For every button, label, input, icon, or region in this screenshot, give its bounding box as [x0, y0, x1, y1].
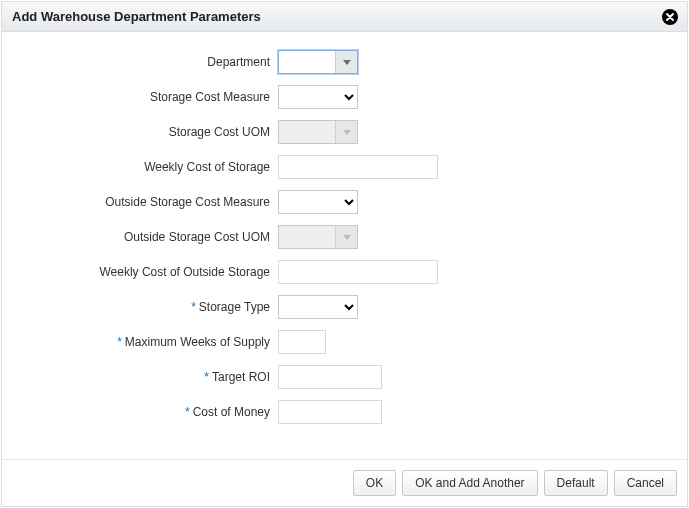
required-asterisk: * — [204, 370, 209, 384]
row-weekly-cost-outside-storage: Weekly Cost of Outside Storage — [22, 260, 667, 284]
storage-cost-uom-combobox — [278, 120, 358, 144]
max-weeks-supply-input[interactable] — [278, 330, 326, 354]
label-target-roi: *Target ROI — [22, 370, 278, 384]
weekly-cost-outside-storage-input[interactable] — [278, 260, 438, 284]
department-dropdown-button[interactable] — [335, 51, 357, 73]
ok-button[interactable]: OK — [353, 470, 396, 496]
row-target-roi: *Target ROI — [22, 365, 667, 389]
label-storage-cost-uom: Storage Cost UOM — [22, 125, 278, 139]
row-storage-cost-measure: Storage Cost Measure — [22, 85, 667, 109]
row-outside-storage-cost-uom: Outside Storage Cost UOM — [22, 225, 667, 249]
cost-of-money-input[interactable] — [278, 400, 382, 424]
chevron-down-icon — [343, 60, 351, 65]
row-outside-storage-cost-measure: Outside Storage Cost Measure — [22, 190, 667, 214]
weekly-cost-storage-input[interactable] — [278, 155, 438, 179]
default-button[interactable]: Default — [544, 470, 608, 496]
cancel-button[interactable]: Cancel — [614, 470, 677, 496]
department-input[interactable] — [279, 51, 335, 73]
dialog-footer: OK OK and Add Another Default Cancel — [2, 459, 687, 506]
dialog: Add Warehouse Department Parameters Depa… — [1, 1, 688, 507]
label-storage-cost-measure: Storage Cost Measure — [22, 90, 278, 104]
row-cost-of-money: *Cost of Money — [22, 400, 667, 424]
row-storage-cost-uom: Storage Cost UOM — [22, 120, 667, 144]
close-icon[interactable] — [661, 8, 679, 26]
label-outside-storage-cost-uom: Outside Storage Cost UOM — [22, 230, 278, 244]
outside-storage-cost-measure-select[interactable] — [278, 190, 358, 214]
label-max-weeks-supply-text: Maximum Weeks of Supply — [125, 335, 270, 349]
dialog-header: Add Warehouse Department Parameters — [2, 2, 687, 32]
label-cost-of-money: *Cost of Money — [22, 405, 278, 419]
storage-cost-uom-dropdown-button — [335, 121, 357, 143]
storage-type-select[interactable] — [278, 295, 358, 319]
row-department: Department — [22, 50, 667, 74]
storage-cost-uom-input — [279, 121, 335, 143]
outside-storage-cost-uom-combobox — [278, 225, 358, 249]
label-max-weeks-supply: *Maximum Weeks of Supply — [22, 335, 278, 349]
row-max-weeks-supply: *Maximum Weeks of Supply — [22, 330, 667, 354]
required-asterisk: * — [191, 300, 196, 314]
label-storage-type-text: Storage Type — [199, 300, 270, 314]
label-department: Department — [22, 55, 278, 69]
label-cost-of-money-text: Cost of Money — [193, 405, 270, 419]
required-asterisk: * — [117, 335, 122, 349]
department-combobox[interactable] — [278, 50, 358, 74]
row-storage-type: *Storage Type — [22, 295, 667, 319]
label-storage-type: *Storage Type — [22, 300, 278, 314]
label-weekly-cost-storage: Weekly Cost of Storage — [22, 160, 278, 174]
chevron-down-icon — [343, 235, 351, 240]
outside-storage-cost-uom-input — [279, 226, 335, 248]
chevron-down-icon — [343, 130, 351, 135]
storage-cost-measure-select[interactable] — [278, 85, 358, 109]
ok-add-another-button[interactable]: OK and Add Another — [402, 470, 537, 496]
outside-storage-cost-uom-dropdown-button — [335, 226, 357, 248]
required-asterisk: * — [185, 405, 190, 419]
label-outside-storage-cost-measure: Outside Storage Cost Measure — [22, 195, 278, 209]
target-roi-input[interactable] — [278, 365, 382, 389]
dialog-title: Add Warehouse Department Parameters — [12, 9, 261, 24]
label-target-roi-text: Target ROI — [212, 370, 270, 384]
row-weekly-cost-storage: Weekly Cost of Storage — [22, 155, 667, 179]
label-weekly-cost-outside-storage: Weekly Cost of Outside Storage — [22, 265, 278, 279]
dialog-body: Department Storage Cost Measure Storage … — [2, 32, 687, 459]
